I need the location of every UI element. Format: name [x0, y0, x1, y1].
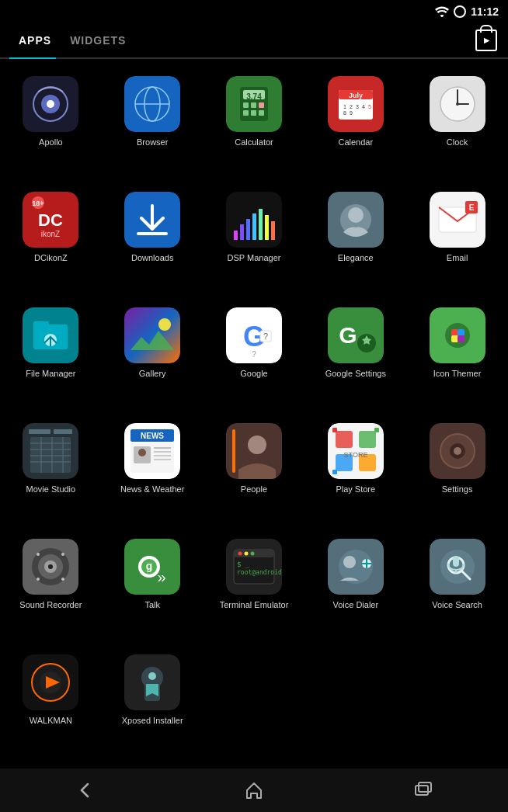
app-item-walkman[interactable]: WALKMAN [0, 645, 102, 761]
svg-point-133 [244, 552, 248, 556]
app-label-settings: Settings [442, 484, 473, 494]
svg-point-139 [343, 556, 356, 568]
tab-underline [9, 57, 56, 59]
svg-point-122 [37, 578, 40, 581]
app-item-google[interactable]: G ? ? Google [204, 298, 305, 414]
svg-point-101 [248, 435, 266, 454]
app-label-movie-studio: Movie Studio [26, 484, 76, 494]
svg-point-52 [348, 207, 364, 223]
back-button[interactable] [65, 775, 104, 806]
recents-button[interactable] [404, 775, 443, 806]
svg-rect-45 [246, 219, 250, 240]
app-icon-google-settings: G [328, 307, 384, 363]
app-icon-downloads [124, 192, 180, 248]
app-item-voice-dialer[interactable]: Voice Dialer [304, 529, 406, 645]
svg-text:18+: 18+ [33, 200, 44, 207]
svg-rect-147 [453, 556, 459, 567]
app-item-elegance[interactable]: Elegance [304, 182, 406, 298]
svg-point-119 [48, 564, 53, 569]
app-item-apollo[interactable]: Apollo [0, 67, 102, 182]
app-item-downloads[interactable]: Downloads [102, 182, 204, 298]
app-item-terminal-emulator[interactable]: $ _ root@android Terminal Emulator [204, 529, 305, 645]
svg-rect-109 [374, 428, 379, 432]
svg-rect-18 [259, 110, 264, 116]
app-item-xposed-installer[interactable]: Xposed Installer [102, 645, 204, 761]
app-icon-dsp-manager [226, 192, 282, 248]
svg-point-132 [238, 552, 242, 556]
app-item-calculator[interactable]: 3.74 Calculator [204, 67, 305, 182]
app-item-calendar[interactable]: July 1 2 3 4 5 8 9 Calendar [304, 67, 406, 182]
app-item-email[interactable]: E Email [406, 182, 508, 298]
app-icon-movie-studio [23, 423, 78, 479]
svg-rect-44 [240, 224, 244, 240]
svg-point-63 [158, 318, 171, 331]
svg-text:root@android: root@android [237, 569, 282, 576]
app-label-calendar: Calendar [338, 137, 373, 147]
svg-rect-159 [419, 783, 431, 792]
app-label-terminal-emulator: Terminal Emulator [220, 599, 289, 610]
tab-widgets[interactable]: WIDGETS [61, 23, 135, 57]
svg-text:ikonZ: ikonZ [41, 230, 60, 238]
svg-text:3: 3 [356, 104, 359, 109]
svg-point-134 [250, 552, 254, 556]
app-item-dsp-manager[interactable]: DSP Manager [204, 182, 305, 298]
svg-text:3.74: 3.74 [246, 92, 262, 101]
app-label-sound-recorder: Sound Recorder [19, 599, 82, 610]
svg-point-121 [61, 553, 64, 556]
store-bag-icon: ▶ [475, 29, 497, 51]
app-item-browser[interactable]: Browser [102, 67, 204, 182]
app-icon-talk: g » [124, 539, 180, 595]
app-icon-play-store: STORE [328, 423, 384, 479]
app-item-google-settings[interactable]: G Google Settings [304, 298, 406, 414]
app-item-movie-studio[interactable]: Movie Studio [0, 414, 102, 529]
app-label-dcikonz: DCikonZ [34, 252, 68, 263]
svg-point-0 [454, 6, 465, 17]
app-item-talk[interactable]: g » Talk [102, 529, 204, 645]
app-icon-calculator: 3.74 [226, 76, 282, 132]
svg-rect-17 [251, 110, 256, 116]
app-item-icon-themer[interactable]: Icon Themer [406, 298, 508, 414]
tab-apps[interactable]: APPS [9, 23, 61, 57]
svg-rect-107 [332, 428, 337, 432]
app-label-email: Email [447, 252, 468, 263]
app-item-play-store[interactable]: STORE Play Store [304, 414, 406, 529]
app-label-dsp-manager: DSP Manager [228, 252, 281, 263]
app-item-file-manager[interactable]: File Manager [0, 298, 102, 414]
app-item-people[interactable]: People [204, 414, 305, 529]
svg-rect-59 [33, 321, 49, 328]
sync-icon [454, 5, 466, 18]
app-icon-voice-search [430, 539, 485, 595]
app-label-gallery: Gallery [139, 368, 166, 379]
svg-point-120 [37, 553, 40, 556]
status-icons: 11:12 [435, 5, 499, 18]
app-item-settings[interactable]: Settings [406, 414, 508, 529]
svg-point-94 [138, 449, 146, 456]
svg-text:?: ? [252, 350, 256, 359]
svg-rect-48 [265, 215, 269, 240]
svg-text:9: 9 [350, 110, 353, 116]
app-icon-sound-recorder [23, 539, 78, 595]
app-item-dcikonz[interactable]: 18+ DC ikonZ DCikonZ [0, 182, 102, 298]
app-label-clock: Clock [447, 137, 468, 147]
app-item-sound-recorder[interactable]: Sound Recorder [0, 529, 102, 645]
app-label-calculator: Calculator [235, 137, 273, 147]
wifi-icon [435, 6, 449, 17]
svg-text:E: E [468, 203, 474, 212]
svg-rect-76 [451, 335, 458, 342]
play-store-tab-icon[interactable]: ▶ [474, 28, 499, 53]
app-label-apollo: Apollo [39, 137, 63, 147]
app-label-browser: Browser [137, 137, 168, 147]
svg-text:8: 8 [343, 110, 346, 116]
svg-rect-49 [271, 221, 275, 240]
app-item-clock[interactable]: Clock [406, 67, 508, 182]
app-icon-xposed-installer [124, 654, 180, 710]
app-item-news-weather[interactable]: NEWS News & Weather [102, 414, 204, 529]
svg-rect-108 [332, 470, 337, 474]
svg-point-157 [148, 672, 156, 680]
home-button[interactable] [235, 775, 273, 806]
app-label-talk: Talk [144, 599, 160, 610]
svg-rect-74 [451, 329, 458, 336]
app-item-gallery[interactable]: Gallery [102, 298, 204, 414]
app-item-voice-search[interactable]: Voice Search [406, 529, 508, 645]
app-icon-apollo [23, 76, 78, 132]
